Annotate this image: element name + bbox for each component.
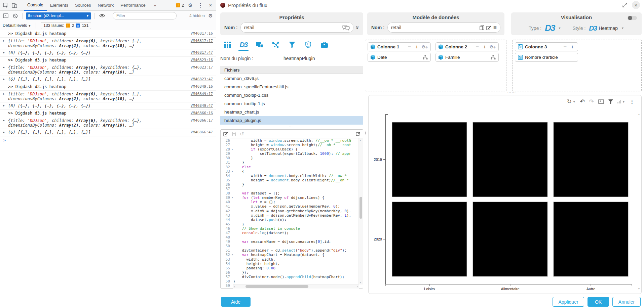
file-item[interactable]: common_tooltip-1.js <box>220 99 363 108</box>
code-line[interactable]: 36 } <box>221 182 363 187</box>
code-line[interactable]: 30 } <box>221 156 363 160</box>
visualisation-toggle[interactable] <box>628 16 637 20</box>
heatmap-cell[interactable] <box>554 122 628 197</box>
device-toolbar-icon[interactable] <box>11 2 18 9</box>
console-sidebar-icon[interactable] <box>2 12 9 19</box>
filter-icon[interactable] <box>608 99 613 104</box>
settings-gear-icon[interactable]: ⚙ <box>187 2 194 9</box>
heatmap-cell[interactable] <box>392 122 467 197</box>
menu-icon[interactable]: ≡ <box>493 25 497 31</box>
code-line[interactable]: 40 let x = {}; <box>221 200 363 204</box>
clear-console-icon[interactable] <box>11 12 19 19</box>
remove-column-button[interactable]: − <box>407 44 412 50</box>
default-levels-dropdown[interactable]: Default levels ▼ <box>3 23 31 28</box>
code-line[interactable]: 52▾ var heatmapChart = Heatmap(dataset, … <box>221 253 363 257</box>
style-dropdown[interactable]: D3 Heatmap <box>589 24 618 32</box>
chart-scrollbar[interactable]: ▲ ▼ <box>637 113 641 290</box>
add-column-button[interactable]: + <box>482 44 487 50</box>
source-link[interactable]: VM46817:47 <box>191 50 213 55</box>
code-line[interactable]: 53 width: width, <box>221 257 363 262</box>
add-column-button[interactable]: + <box>414 44 419 50</box>
column-settings-gears-icon[interactable]: ⚙⚙ <box>421 44 428 49</box>
column-header[interactable]: Colonne 1−+⚙⚙ <box>368 42 431 51</box>
remove-column-button[interactable]: − <box>562 44 568 50</box>
code-line[interactable]: 47 console.log(dataset); <box>221 231 363 235</box>
code-line[interactable]: 32 else <box>221 165 363 169</box>
expand-triangle-icon[interactable]: ▶ <box>3 104 5 107</box>
code-line[interactable]: 35 height = document.body.clientHeight;/… <box>221 178 363 182</box>
column-header[interactable]: Colonne 3−+ <box>515 42 578 51</box>
source-link[interactable]: VM46849:47 <box>191 103 213 108</box>
console-settings-gear-icon[interactable]: ⚙ <box>207 12 214 19</box>
expand-triangle-icon[interactable]: ▶ <box>3 131 5 134</box>
source-link[interactable]: VM46817:17 <box>191 39 213 43</box>
source-link[interactable]: VM46823:47 <box>191 77 213 81</box>
code-line[interactable]: 28▾ if (exportCallback) { <box>221 147 363 151</box>
file-item[interactable]: heatmap_chart.js <box>220 108 363 116</box>
code-line[interactable]: 56 }); <box>221 270 363 275</box>
expand-triangle-icon[interactable]: ▶ <box>3 92 5 95</box>
d3-icon[interactable]: D3 <box>238 40 249 50</box>
scroll-down-icon[interactable]: ▾ <box>359 281 361 284</box>
code-line[interactable]: 34 width = document.body.clientWidth; //… <box>221 174 363 178</box>
inspect-element-icon[interactable] <box>2 2 9 9</box>
column-settings-gears-icon[interactable]: ⚙⚙ <box>489 44 496 49</box>
file-item[interactable]: common_d3v6.js <box>220 74 363 83</box>
code-line[interactable]: 48 <box>221 235 363 239</box>
scroll-left-icon[interactable]: ◂ <box>233 285 235 288</box>
vertical-scrollbar[interactable]: ▴ ▾ <box>358 138 363 284</box>
code-line[interactable]: 58} <box>221 279 363 283</box>
flow-icon[interactable] <box>270 40 281 50</box>
model-name-input[interactable]: retail ≡ <box>387 23 500 33</box>
code-line[interactable]: 50 <box>221 244 363 248</box>
heatmap-cell[interactable] <box>554 202 628 276</box>
source-link[interactable]: VM46866:47 <box>191 130 213 134</box>
hierarchy-icon[interactable] <box>491 55 496 59</box>
expand-triangle-icon[interactable]: ▶ <box>3 78 5 81</box>
expand-dialog-icon[interactable] <box>622 3 627 7</box>
edit-code-icon[interactable] <box>223 131 228 136</box>
funnel-icon[interactable] <box>286 40 298 50</box>
source-link[interactable]: VM46849:17 <box>191 92 213 96</box>
scroll-down-icon[interactable]: ▼ <box>637 287 641 290</box>
source-link[interactable]: VM46866:17 <box>191 118 213 123</box>
more-icon[interactable]: ⋮ <box>630 99 635 105</box>
screens-icon[interactable] <box>254 40 265 50</box>
code-line[interactable]: 26 width = window.screen.width; //__ow *… <box>221 138 363 143</box>
code-line[interactable]: 54 height: height, <box>221 262 363 266</box>
ok-button[interactable]: OK <box>588 297 609 307</box>
file-item[interactable]: common_specificFeaturesUtil.js <box>220 83 363 91</box>
scroll-up-icon[interactable]: ▴ <box>359 139 361 142</box>
code-line[interactable]: 33▾ { <box>221 169 363 174</box>
collapse-double-chevron-icon[interactable]: » <box>355 26 361 29</box>
code-line[interactable]: 29 setTimeout(exportCallback, 1000); // … <box>221 151 363 156</box>
undo-icon[interactable]: ↶ <box>580 98 585 105</box>
tab-sources[interactable]: Sources <box>72 0 94 10</box>
hierarchy-icon[interactable] <box>423 55 428 59</box>
code-line[interactable]: 57 divContainer.node().appendChild(heatm… <box>221 275 363 279</box>
console-prompt[interactable]: > <box>0 136 216 144</box>
cancel-button[interactable]: Annuler <box>612 297 641 307</box>
splitter-dots-vertical[interactable]: ⁚⁚ <box>365 132 366 134</box>
column-field-chip[interactable]: Date <box>368 53 431 62</box>
source-link[interactable]: VM46817:16 <box>191 31 213 36</box>
tab-network[interactable]: Network <box>94 0 117 10</box>
file-item[interactable]: common_tooltip-1.css <box>220 91 363 99</box>
code-line[interactable]: 44 dataset.push(x); <box>221 218 363 222</box>
fit-screen-icon[interactable] <box>598 99 604 104</box>
more-options-icon[interactable]: ⋮ <box>197 2 204 9</box>
heatmap-cell[interactable] <box>473 202 547 276</box>
more-tabs-button[interactable]: » <box>150 0 159 10</box>
horizontal-scrollbar[interactable]: ◂ ▸ <box>233 284 359 289</box>
code-line[interactable]: 43 x.dimH = ddjson.getMemberByKey(member… <box>221 213 363 218</box>
source-link[interactable]: VM46823:17 <box>191 65 213 70</box>
expand-triangle-icon[interactable]: ▶ <box>3 119 5 122</box>
code-line[interactable]: 45 } <box>221 222 363 226</box>
undo-code-icon[interactable]: ↺ <box>240 131 244 137</box>
column-field-chip[interactable]: Nombre d'article <box>515 53 578 62</box>
help-button[interactable]: Aide <box>221 297 251 307</box>
filter-input[interactable]: Filter <box>113 12 177 19</box>
code-editor[interactable]: 26 width = window.screen.width; //__ow *… <box>221 138 363 289</box>
column-field-chip[interactable]: Famille <box>435 53 499 62</box>
column-header[interactable]: Colonne 2−+⚙⚙ <box>435 42 499 51</box>
